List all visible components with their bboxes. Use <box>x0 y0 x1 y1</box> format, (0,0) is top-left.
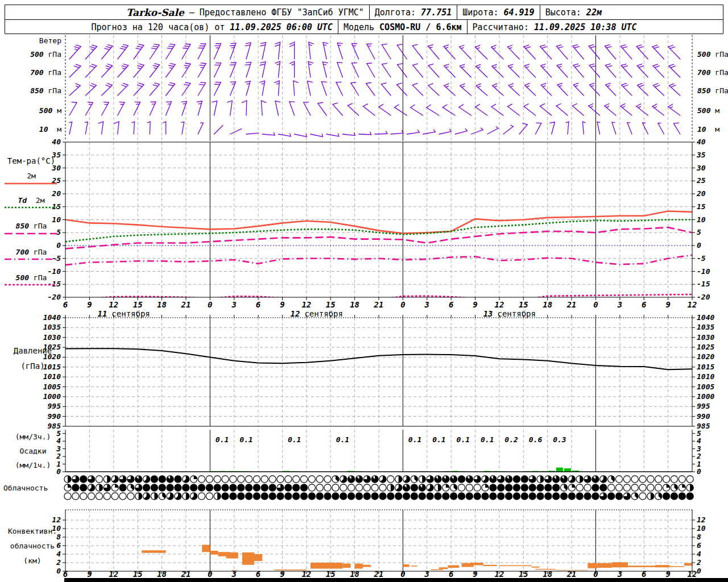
svg-text:35: 35 <box>696 151 706 159</box>
svg-text:21: 21 <box>374 569 384 579</box>
svg-text:1035: 1035 <box>43 323 61 331</box>
svg-text:15: 15 <box>519 300 528 309</box>
svg-text:0: 0 <box>400 569 405 579</box>
svg-text:13сентября: 13сентября <box>483 309 536 318</box>
svg-text:21: 21 <box>180 300 191 309</box>
svg-text:0: 0 <box>56 567 61 575</box>
wind-level-850hpa-left: 850 гПа <box>5 86 61 95</box>
svg-text:1040: 1040 <box>43 313 61 322</box>
wind-panel-title: Ветер <box>5 36 61 45</box>
svg-text:-15: -15 <box>697 280 710 288</box>
svg-text:9: 9 <box>280 300 284 309</box>
temp-legend-500hpa: 500 гПа <box>3 273 60 282</box>
svg-text:995: 995 <box>48 402 61 410</box>
svg-text:0.1: 0.1 <box>239 435 253 444</box>
svg-text:12: 12 <box>109 300 118 309</box>
svg-text:9: 9 <box>280 569 284 579</box>
svg-text:15: 15 <box>326 300 336 309</box>
wind-level-500hpa-left: 500 гПа <box>5 50 61 59</box>
svg-text:15: 15 <box>697 202 706 211</box>
svg-text:-10: -10 <box>697 267 710 276</box>
temp-legend-850hpa: 850 гПа <box>3 222 60 230</box>
svg-text:2: 2 <box>696 452 701 460</box>
temp-legend-2m: 2м <box>3 172 60 180</box>
svg-text:6: 6 <box>63 569 68 579</box>
svg-text:6: 6 <box>642 569 646 579</box>
svg-text:12: 12 <box>52 516 61 524</box>
model-label: Модель <box>344 22 374 32</box>
forecast-label: Прогноз на 120 часа(ов) от <box>91 22 225 32</box>
wind-level-10m-right: 10 м <box>697 125 728 134</box>
svg-text:1005: 1005 <box>697 383 714 391</box>
svg-text:1005: 1005 <box>43 383 61 391</box>
svg-text:4: 4 <box>697 550 701 558</box>
header-row-1: Tarko-Sale — Предоставлено ФГБУ "ЗапСиб … <box>5 5 723 20</box>
pressure-units: (гПа) <box>6 362 60 371</box>
svg-text:0: 0 <box>697 567 701 575</box>
svg-text:21: 21 <box>566 569 577 579</box>
svg-text:0: 0 <box>697 467 701 476</box>
pressure-title: Давление <box>6 347 60 355</box>
svg-text:30: 30 <box>696 164 706 172</box>
header: Tarko-Sale — Предоставлено ФГБУ "ЗапСиб … <box>5 5 723 34</box>
wind-level-500m-right: 500 м <box>697 106 728 115</box>
svg-text:0.1: 0.1 <box>481 435 494 444</box>
svg-text:6: 6 <box>449 300 453 309</box>
convective-title-3: (км) <box>5 556 60 565</box>
svg-text:-20: -20 <box>48 293 61 301</box>
svg-text:40: 40 <box>697 138 706 146</box>
wind-level-500hpa-right: 500 гПа <box>697 50 728 59</box>
model-value: COSMO-RU / 6.6км <box>379 22 462 32</box>
svg-text:11сентября: 11сентября <box>98 309 150 318</box>
svg-text:12: 12 <box>301 569 311 579</box>
svg-text:0: 0 <box>697 241 701 250</box>
svg-text:12: 12 <box>301 300 311 309</box>
svg-text:1015: 1015 <box>697 363 714 371</box>
precip-units-3h: (мм/3ч.) <box>7 433 59 441</box>
precip-units-1h: (мм/1ч.) <box>7 461 59 469</box>
latitude-value: 64.919 <box>503 7 534 18</box>
svg-text:18: 18 <box>350 569 359 579</box>
svg-text:15: 15 <box>326 569 336 579</box>
svg-text:12сентября: 12сентября <box>291 309 343 318</box>
svg-text:6: 6 <box>256 300 260 309</box>
svg-text:9: 9 <box>87 569 92 579</box>
svg-text:3: 3 <box>617 569 622 579</box>
svg-text:-20: -20 <box>697 293 710 301</box>
svg-text:0.6: 0.6 <box>529 435 543 444</box>
wind-level-10m-left: 10 м <box>5 125 61 134</box>
header-separator <box>457 5 457 19</box>
calculated-time: 11.09.2025 10:38 UTC <box>534 22 637 32</box>
svg-text:6: 6 <box>697 541 701 550</box>
svg-text:9: 9 <box>87 300 92 309</box>
provider: Предоставлено ФГБУ "ЗапСиб УГМС" <box>200 7 364 18</box>
header-separator <box>467 20 468 34</box>
svg-text:1030: 1030 <box>697 333 714 342</box>
svg-text:20: 20 <box>696 189 706 198</box>
longitude-label: Долгота: <box>375 7 416 18</box>
header-dash: — <box>189 7 195 18</box>
svg-text:0: 0 <box>208 569 212 579</box>
wind-level-700hpa-right: 700 гПа <box>697 68 728 77</box>
svg-text:1: 1 <box>697 460 701 468</box>
svg-text:0.1: 0.1 <box>457 435 470 444</box>
svg-text:6: 6 <box>63 300 68 309</box>
svg-text:3: 3 <box>231 569 236 579</box>
svg-text:6: 6 <box>642 300 646 309</box>
header-separator <box>369 5 370 19</box>
svg-text:21: 21 <box>566 300 577 309</box>
svg-text:0: 0 <box>593 300 598 309</box>
meteogram-page: -20-20-15-15-10-10-5-5005510101515202025… <box>0 0 728 582</box>
svg-text:0.1: 0.1 <box>336 435 349 444</box>
svg-text:990: 990 <box>48 412 61 421</box>
temp-panel-title: Тем-ра(°C) <box>3 157 60 165</box>
svg-text:3: 3 <box>424 300 429 309</box>
svg-text:3: 3 <box>617 300 622 309</box>
svg-text:0: 0 <box>400 300 405 309</box>
svg-text:0.1: 0.1 <box>408 435 421 444</box>
svg-text:0.3: 0.3 <box>553 435 566 444</box>
svg-text:1000: 1000 <box>697 392 714 401</box>
svg-text:15: 15 <box>519 569 528 579</box>
svg-text:12: 12 <box>688 300 697 309</box>
svg-text:18: 18 <box>543 300 552 309</box>
